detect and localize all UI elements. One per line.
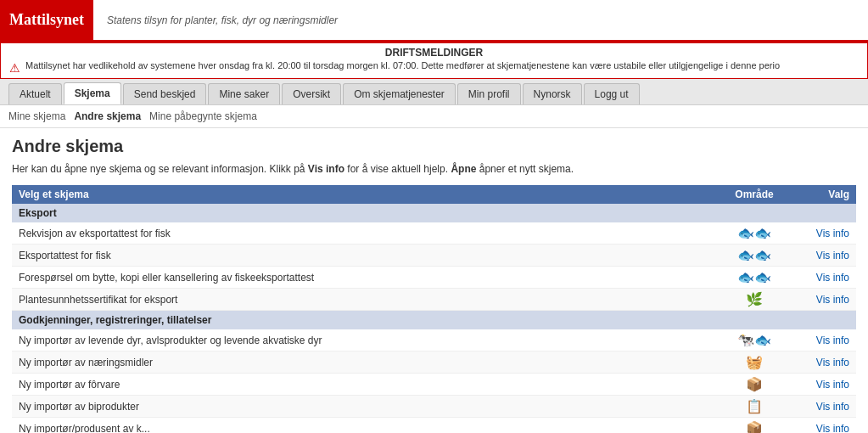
desc-apne: Åpne bbox=[451, 163, 476, 175]
desc-text-1: Her kan du åpne nye skjema og se relevan… bbox=[12, 163, 308, 175]
drifts-message: Mattilsynet har vedlikehold av systemene… bbox=[25, 60, 780, 70]
drifts-text: ⚠ Mattilsynet har vedlikehold av systeme… bbox=[9, 60, 859, 75]
row-vis-info-row8[interactable]: Vis info bbox=[788, 396, 856, 418]
desc-text-3: åpner et nytt skjema. bbox=[476, 163, 574, 175]
row-vis-info-row5[interactable]: Vis info bbox=[788, 329, 856, 351]
main-content: Andre skjema Her kan du åpne nye skjema … bbox=[0, 128, 868, 433]
row-icon-row3: 🐟🐟 bbox=[720, 267, 788, 289]
nav-tab-send-beskjed[interactable]: Send beskjed bbox=[123, 83, 207, 104]
breadcrumb-mine-skjema[interactable]: Mine skjema bbox=[8, 110, 65, 122]
vis-info-link-row8[interactable]: Vis info bbox=[816, 401, 849, 413]
vis-info-link-row3[interactable]: Vis info bbox=[816, 272, 849, 284]
row-icon-row5: 🐄🐟 bbox=[720, 329, 788, 351]
table-row: Ny importør av fôrvare📦Vis info bbox=[12, 374, 856, 396]
vis-info-link-row2[interactable]: Vis info bbox=[816, 250, 849, 261]
row-icon-row4: 🌿 bbox=[720, 289, 788, 311]
desc-text-2: for å vise aktuell hjelp. bbox=[344, 163, 451, 175]
page-description: Her kan du åpne nye skjema og se relevan… bbox=[12, 163, 856, 175]
drifts-title: DRIFTSMELDINGER bbox=[9, 47, 859, 59]
nav-tab-skjema[interactable]: Skjema bbox=[64, 82, 121, 104]
logo: Mattilsynet bbox=[0, 0, 93, 42]
vis-info-link-row5[interactable]: Vis info bbox=[816, 335, 849, 346]
row-vis-info-row1[interactable]: Vis info bbox=[788, 222, 856, 245]
row-vis-info-row3[interactable]: Vis info bbox=[788, 267, 856, 289]
row-label-row2: Eksportattest for fisk bbox=[12, 245, 720, 267]
breadcrumb: Mine skjema Andre skjema Mine påbegynte … bbox=[0, 105, 868, 128]
col-velg-header: Velg et skjema bbox=[12, 185, 720, 204]
nav-tab-min-profil[interactable]: Min profil bbox=[457, 83, 521, 104]
header-tagline: Statens tilsyn for planter, fisk, dyr og… bbox=[93, 14, 351, 26]
vis-info-link-row9[interactable]: Vis info bbox=[816, 423, 849, 434]
row-vis-info-row2[interactable]: Vis info bbox=[788, 245, 856, 267]
row-label-row4: Plantesunnhetssertifikat for eksport bbox=[12, 289, 720, 311]
nav-tab-logg-ut[interactable]: Logg ut bbox=[584, 83, 640, 104]
row-vis-info-row7[interactable]: Vis info bbox=[788, 374, 856, 396]
row-icon-row6: 🧺 bbox=[720, 351, 788, 374]
vis-info-link-row4[interactable]: Vis info bbox=[816, 294, 849, 306]
row-icon-row8: 📋 bbox=[720, 396, 788, 418]
row-label-row8: Ny importør av biprodukter bbox=[12, 396, 720, 418]
nav-bar: AktueltSkjemaSend beskjedMine sakerOvers… bbox=[0, 79, 868, 105]
nav-tab-oversikt[interactable]: Oversikt bbox=[282, 83, 341, 104]
row-icon-row2: 🐟🐟 bbox=[720, 245, 788, 267]
breadcrumb-andre-skjema: Andre skjema bbox=[74, 110, 141, 122]
row-vis-info-row4[interactable]: Vis info bbox=[788, 289, 856, 311]
table-row: Ny importør/produsent av k...📦Vis info bbox=[12, 418, 856, 434]
row-label-row6: Ny importør av næringsmidler bbox=[12, 351, 720, 374]
warning-icon: ⚠ bbox=[9, 61, 20, 75]
vis-info-link-row7[interactable]: Vis info bbox=[816, 379, 849, 391]
row-label-row5: Ny importør av levende dyr, avlsprodukte… bbox=[12, 329, 720, 351]
row-icon-row7: 📦 bbox=[720, 374, 788, 396]
table-row: Forespørsel om bytte, kopi eller kansell… bbox=[12, 267, 856, 289]
table-row: Eksportattest for fisk🐟🐟Vis info bbox=[12, 245, 856, 267]
nav-tab-om-skjematjenester[interactable]: Om skjematjenester bbox=[343, 83, 456, 104]
header: Mattilsynet Statens tilsyn for planter, … bbox=[0, 0, 868, 42]
vis-info-link-row6[interactable]: Vis info bbox=[816, 357, 849, 368]
table-row: Ny importør av levende dyr, avlsprodukte… bbox=[12, 329, 856, 351]
logo-text: Mattilsynet bbox=[9, 11, 84, 29]
nav-tab-mine-saker[interactable]: Mine saker bbox=[208, 83, 280, 104]
row-label-row7: Ny importør av fôrvare bbox=[12, 374, 720, 396]
group-header-godkjenninger: Godkjenninger, registreringer, tillatels… bbox=[12, 311, 856, 330]
drifts-notification: DRIFTSMELDINGER ⚠ Mattilsynet har vedlik… bbox=[0, 42, 868, 79]
vis-info-link-row1[interactable]: Vis info bbox=[816, 228, 849, 239]
breadcrumb-mine-pabegynte[interactable]: Mine påbegynte skjema bbox=[149, 110, 257, 122]
row-label-row3: Forespørsel om bytte, kopi eller kansell… bbox=[12, 267, 720, 289]
row-vis-info-row6[interactable]: Vis info bbox=[788, 351, 856, 374]
col-omrade-header: Område bbox=[720, 185, 788, 204]
table-row: Rekvisjon av eksportattest for fisk🐟🐟Vis… bbox=[12, 222, 856, 245]
schema-table: Velg et skjema Område Valg EksportRekvis… bbox=[12, 185, 856, 433]
col-valg-header: Valg bbox=[788, 185, 856, 204]
row-icon-row1: 🐟🐟 bbox=[720, 222, 788, 245]
row-label-row9: Ny importør/produsent av k... bbox=[12, 418, 720, 434]
nav-tab-nynorsk[interactable]: Nynorsk bbox=[523, 83, 582, 104]
row-vis-info-row9[interactable]: Vis info bbox=[788, 418, 856, 434]
table-row: Ny importør av næringsmidler🧺Vis info bbox=[12, 351, 856, 374]
desc-vis-info: Vis info bbox=[308, 163, 344, 175]
row-icon-row9: 📦 bbox=[720, 418, 788, 434]
group-header-eksport: Eksport bbox=[12, 204, 856, 222]
row-label-row1: Rekvisjon av eksportattest for fisk bbox=[12, 222, 720, 245]
page-title: Andre skjema bbox=[12, 137, 856, 156]
table-row: Ny importør av biprodukter📋Vis info bbox=[12, 396, 856, 418]
table-row: Plantesunnhetssertifikat for eksport🌿Vis… bbox=[12, 289, 856, 311]
nav-tab-aktuelt[interactable]: Aktuelt bbox=[8, 83, 62, 104]
